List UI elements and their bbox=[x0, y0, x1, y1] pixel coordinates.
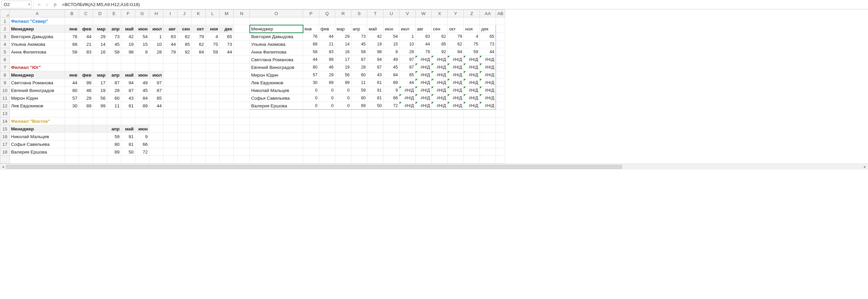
col-header-M[interactable]: M bbox=[220, 10, 234, 18]
col-header-W[interactable]: W bbox=[415, 10, 432, 18]
cell-K15[interactable] bbox=[191, 125, 206, 133]
cell-J19[interactable] bbox=[178, 156, 191, 164]
cell-S11[interactable]: 80 bbox=[351, 94, 367, 102]
cell-L17[interactable] bbox=[206, 140, 220, 148]
cell-AA19[interactable] bbox=[480, 156, 496, 164]
cell-T18[interactable] bbox=[367, 148, 383, 156]
cell-F11[interactable]: 43 bbox=[121, 94, 135, 102]
cell-K1[interactable] bbox=[191, 18, 206, 25]
cell-G19[interactable] bbox=[135, 156, 149, 164]
cell-D16[interactable] bbox=[93, 133, 107, 140]
cell-I3[interactable]: 83 bbox=[163, 33, 178, 40]
cell-F9[interactable]: 94 bbox=[121, 79, 135, 87]
cell-M1[interactable] bbox=[220, 18, 234, 25]
cell-X7[interactable]: #Н/Д bbox=[432, 64, 448, 71]
cell-N6[interactable] bbox=[234, 56, 250, 64]
cell-N9[interactable] bbox=[234, 79, 250, 87]
cell-W8[interactable]: #Н/Д bbox=[415, 71, 432, 79]
cell-P1[interactable] bbox=[303, 18, 319, 25]
cell-Z10[interactable]: #Н/Д bbox=[464, 87, 480, 94]
cell-I17[interactable] bbox=[163, 140, 178, 148]
cell-K11[interactable] bbox=[191, 94, 206, 102]
cell-AB11[interactable] bbox=[496, 94, 505, 102]
cell-O12[interactable]: Валерия Ершова bbox=[250, 102, 303, 110]
cell-M12[interactable] bbox=[220, 102, 234, 110]
cell-T13[interactable] bbox=[367, 110, 383, 118]
cell-G11[interactable]: 84 bbox=[135, 94, 149, 102]
cell-W9[interactable]: #Н/Д bbox=[415, 79, 432, 87]
cell-S17[interactable] bbox=[351, 140, 367, 148]
cell-C17[interactable] bbox=[79, 140, 93, 148]
cell-A3[interactable]: Виктория Давыдова bbox=[10, 33, 65, 40]
cell-R17[interactable] bbox=[335, 140, 351, 148]
cell-A4[interactable]: Ульяна Акимова bbox=[10, 40, 65, 48]
cell-U1[interactable] bbox=[383, 18, 400, 25]
row-header-11[interactable]: 11 bbox=[0, 94, 10, 102]
cell-H12[interactable]: 44 bbox=[149, 102, 163, 110]
cell-K12[interactable] bbox=[191, 102, 206, 110]
cell-Q7[interactable]: 46 bbox=[319, 64, 335, 71]
row-header-14[interactable]: 14 bbox=[0, 118, 10, 125]
cell-U19[interactable] bbox=[383, 156, 400, 164]
cell-D14[interactable] bbox=[93, 118, 107, 125]
cell-L7[interactable] bbox=[206, 64, 220, 71]
cell-E18[interactable]: 89 bbox=[107, 148, 121, 156]
cell-Q16[interactable] bbox=[319, 133, 335, 140]
cell-A5[interactable]: Анна Филиппова bbox=[10, 48, 65, 56]
cell-A19[interactable] bbox=[10, 156, 65, 164]
cell-I10[interactable] bbox=[163, 87, 178, 94]
cell-V19[interactable] bbox=[400, 156, 415, 164]
cell-I13[interactable] bbox=[163, 110, 178, 118]
cell-N18[interactable] bbox=[234, 148, 250, 156]
cell-S12[interactable]: 89 bbox=[351, 102, 367, 110]
cell-J6[interactable] bbox=[178, 56, 191, 64]
cell-O17[interactable] bbox=[250, 140, 303, 148]
scroll-thumb[interactable] bbox=[6, 165, 622, 169]
cell-Z6[interactable]: #Н/Д bbox=[464, 56, 480, 64]
cell-S10[interactable]: 59 bbox=[351, 87, 367, 94]
cell-K17[interactable] bbox=[191, 140, 206, 148]
cell-H11[interactable]: 85 bbox=[149, 94, 163, 102]
cell-B12[interactable]: 30 bbox=[65, 102, 79, 110]
cell-R2[interactable]: мар bbox=[335, 25, 351, 33]
cell-AB14[interactable] bbox=[496, 118, 505, 125]
cell-L18[interactable] bbox=[206, 148, 220, 156]
cell-Q8[interactable]: 29 bbox=[319, 71, 335, 79]
cell-O15[interactable] bbox=[250, 125, 303, 133]
cell-W17[interactable] bbox=[415, 140, 432, 148]
cell-W5[interactable]: 79 bbox=[415, 48, 432, 56]
cell-E13[interactable] bbox=[107, 110, 121, 118]
cell-AA13[interactable] bbox=[480, 110, 496, 118]
cell-F2[interactable]: май bbox=[121, 25, 135, 33]
cell-V18[interactable] bbox=[400, 148, 415, 156]
cell-S9[interactable]: 11 bbox=[351, 79, 367, 87]
cell-M7[interactable] bbox=[220, 64, 234, 71]
cell-T3[interactable]: 42 bbox=[367, 33, 383, 40]
cell-U8[interactable]: 84 bbox=[383, 71, 400, 79]
cell-K4[interactable]: 62 bbox=[191, 40, 206, 48]
cell-C18[interactable] bbox=[79, 148, 93, 156]
cell-G3[interactable]: 54 bbox=[135, 33, 149, 40]
cell-E11[interactable]: 60 bbox=[107, 94, 121, 102]
cell-A8[interactable]: Менеджер bbox=[10, 71, 65, 79]
cell-E1[interactable] bbox=[107, 18, 121, 25]
cell-U10[interactable]: 9 bbox=[383, 87, 400, 94]
cell-Y17[interactable] bbox=[448, 140, 464, 148]
col-header-D[interactable]: D bbox=[93, 10, 107, 18]
spreadsheet-grid[interactable]: ABCDEFGHIJKLMNOPQRSTUVWXYZAAAB1Филиал "С… bbox=[0, 9, 868, 164]
cell-N14[interactable] bbox=[234, 118, 250, 125]
cell-V1[interactable] bbox=[400, 18, 415, 25]
cell-Q12[interactable]: 0 bbox=[319, 102, 335, 110]
cell-S1[interactable] bbox=[351, 18, 367, 25]
cell-S16[interactable] bbox=[351, 133, 367, 140]
cell-C2[interactable]: фев bbox=[79, 25, 93, 33]
cell-A11[interactable]: Мирон Юдин bbox=[10, 94, 65, 102]
cell-B13[interactable] bbox=[65, 110, 79, 118]
cell-B6[interactable] bbox=[65, 56, 79, 64]
cell-H8[interactable]: июл bbox=[149, 71, 163, 79]
cell-S18[interactable] bbox=[351, 148, 367, 156]
cell-I15[interactable] bbox=[163, 125, 178, 133]
cell-I2[interactable]: авг bbox=[163, 25, 178, 33]
cell-Z15[interactable] bbox=[464, 125, 480, 133]
cell-Y11[interactable]: #Н/Д bbox=[448, 94, 464, 102]
